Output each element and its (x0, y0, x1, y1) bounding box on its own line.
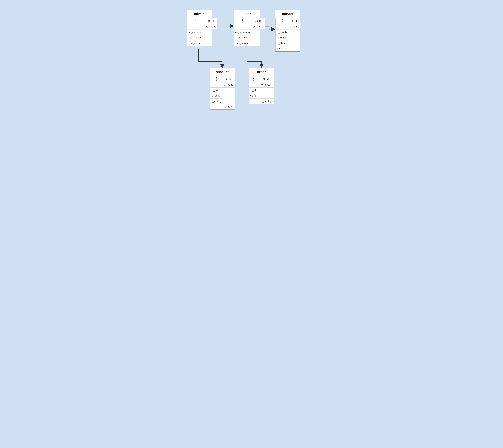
entity-user-field-3: us_email (234, 35, 252, 40)
entity-admin-field-4: ad_phone (187, 40, 204, 46)
entity-order-field-4: or_qantity (258, 98, 274, 104)
entity-user: user pk us_id us_name us_password us_ema… (234, 10, 260, 46)
entity-conact: conact pk c_id c_name c_county c_email c… (275, 10, 300, 51)
er-diagram: admin pk ad_Id ad_name ad_password ad_em… (179, 0, 324, 129)
entity-product-pk: pk (210, 76, 223, 82)
entity-admin-title: admin (187, 10, 212, 18)
entity-product-field-2: p_price (210, 88, 223, 93)
entity-user-keycol-empty (234, 24, 252, 30)
entity-product-title: product (210, 68, 235, 76)
entity-admin-field-3: ad_email (187, 35, 204, 40)
entity-conact-field-2: c_county (275, 30, 289, 35)
entity-product-keycol-empty (210, 82, 223, 88)
entity-admin-pk: pk (187, 18, 204, 24)
entity-product-field-5: p_date (223, 104, 235, 110)
entity-user-field-1: us_name (252, 24, 265, 30)
entity-product-field-1: p_name (223, 82, 235, 88)
entity-user-field-0: us_id (252, 18, 265, 24)
entity-user-field-2: us_password (234, 30, 252, 35)
entity-product-field-0: p_id (223, 76, 235, 82)
entity-conact-keycol-empty (275, 24, 289, 30)
entity-order-field-1: or_date (258, 82, 274, 88)
entity-conact-field-4: c_phone (275, 40, 289, 46)
entity-conact-field-0: c_id (289, 18, 300, 24)
entity-product-field-4: p_warnty (210, 98, 223, 104)
entity-order-keycol-empty (249, 82, 258, 88)
entity-conact-field-1: c_name (289, 24, 300, 30)
entity-conact-title: conact (275, 10, 300, 18)
entity-admin: admin pk ad_Id ad_name ad_password ad_em… (186, 10, 212, 46)
edge-user-to-order (247, 49, 262, 68)
entity-order-keycol-empty-2 (249, 98, 258, 104)
edge-admin-to-product (199, 49, 222, 68)
entity-user-title: user (234, 10, 260, 18)
entity-product: product pk p_id p_name p_price p_code p_… (210, 68, 235, 110)
entity-order-field-2: p_id (249, 88, 258, 93)
entity-user-field-4: us_phone (234, 40, 252, 46)
entity-order: order pk or_id or_date p_id us_id or_qan… (249, 68, 274, 104)
entity-order-field-0: or_id (258, 76, 274, 82)
entity-product-keycol-empty-2 (210, 104, 223, 110)
entity-product-field-3: p_code (210, 93, 223, 98)
entity-admin-field-1: ad_name (204, 24, 217, 30)
entity-conact-field-3: c_email (275, 35, 289, 40)
entity-conact-pk: pk (275, 18, 289, 24)
entity-user-pk: pk (234, 18, 252, 24)
entity-admin-field-0: ad_Id (204, 18, 217, 24)
entity-order-title: order (249, 68, 274, 76)
entity-conact-field-5: c_subject (275, 46, 289, 51)
entity-order-pk: pk (249, 76, 258, 82)
entity-admin-keycol-empty (187, 24, 204, 30)
entity-admin-field-2: ad_password (187, 30, 204, 35)
entity-order-field-3: us_id (249, 93, 258, 98)
